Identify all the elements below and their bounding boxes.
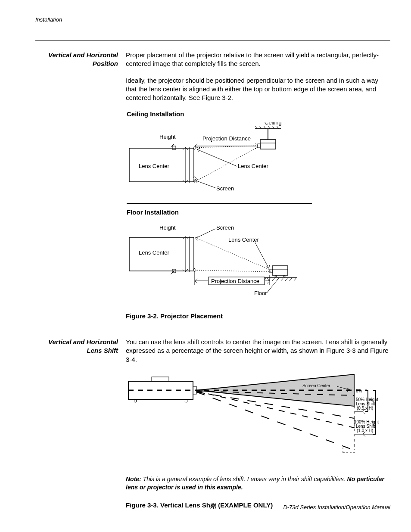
section-heading-position: Vertical and Horizontal Position: [35, 51, 118, 68]
label-lens-center-left: Lens Center: [139, 163, 169, 169]
label-screen: Screen: [216, 185, 234, 192]
svg-line-28: [196, 229, 215, 238]
doc-title: D-73d Series Installation/Operation Manu…: [283, 504, 390, 510]
paragraph: Ideally, the projector should be positio…: [126, 76, 390, 103]
top-rule: [35, 40, 390, 40]
svg-line-45: [281, 278, 283, 281]
svg-rect-14: [172, 146, 176, 149]
svg-line-1: [255, 126, 257, 129]
label-floor: Floor: [254, 290, 267, 296]
svg-line-48: [294, 278, 296, 281]
page-number: 26: [210, 504, 216, 510]
label-projection-distance: Projection Distance: [202, 135, 251, 142]
svg-line-34: [255, 243, 269, 268]
label-height: Height: [159, 224, 176, 231]
svg-line-19: [197, 149, 237, 166]
figure-3-3-note: Note: This is a general example of lens …: [126, 475, 393, 492]
svg-line-46: [285, 278, 288, 281]
label-height: Height: [159, 134, 176, 140]
floor-installation-diagram: Height Screen Lens Center: [126, 220, 333, 304]
ceiling-installation-title: Ceiling Installation: [127, 110, 390, 118]
label-projection-distance: Projection Distance: [211, 278, 259, 284]
label-screen: Screen: [216, 224, 234, 231]
svg-marker-23: [193, 177, 196, 180]
figure-divider: [127, 203, 312, 204]
label-fifty-l3: (0.5 x H): [357, 406, 373, 411]
floor-installation-title: Floor Installation: [127, 208, 390, 217]
figure-3-2: Ceiling Installation Ceiling: [126, 110, 390, 320]
page-footer: 26 D-73d Series Installation/Operation M…: [35, 504, 390, 510]
figure-3-2-caption: Figure 3-2. Projector Placement: [126, 312, 390, 320]
label-lens-center-right: Lens Center: [228, 236, 259, 243]
svg-line-4: [268, 126, 270, 129]
svg-rect-10: [258, 144, 260, 147]
label-screen-center: Screen Center: [302, 383, 330, 388]
lens-shift-diagram: Screen Center 0%: [126, 372, 393, 467]
running-header: Installation: [35, 16, 390, 23]
svg-line-2: [259, 126, 262, 129]
svg-line-33: [195, 270, 271, 272]
svg-line-5: [272, 126, 274, 129]
svg-point-58: [134, 400, 137, 402]
svg-rect-8: [260, 140, 276, 149]
svg-line-6: [277, 126, 279, 129]
label-zero-pct: 0%: [356, 389, 362, 393]
svg-line-43: [272, 278, 275, 281]
svg-line-24: [196, 180, 215, 188]
label-lens-center-left: Lens Center: [139, 249, 169, 256]
svg-rect-35: [272, 266, 288, 275]
svg-line-3: [264, 126, 266, 129]
note-body: This is a general example of lens shift.…: [141, 476, 347, 482]
note-label: Note:: [126, 476, 141, 482]
label-hundred-l3: (1.0 x H): [357, 428, 373, 433]
ceiling-installation-diagram: Ceiling Height: [126, 122, 333, 198]
svg-point-59: [185, 400, 187, 402]
section-heading-lens-shift: Vertical and Horizontal Lens Shift: [35, 338, 118, 355]
label-ceiling: Ceiling: [265, 122, 282, 126]
paragraph: You can use the lens shift controls to c…: [126, 338, 393, 364]
svg-line-47: [290, 278, 292, 281]
label-lens-center-right: Lens Center: [238, 163, 268, 169]
figure-3-3: Screen Center 0%: [126, 372, 393, 510]
paragraph: Proper placement of the projector relati…: [126, 51, 390, 68]
svg-rect-56: [152, 377, 169, 381]
